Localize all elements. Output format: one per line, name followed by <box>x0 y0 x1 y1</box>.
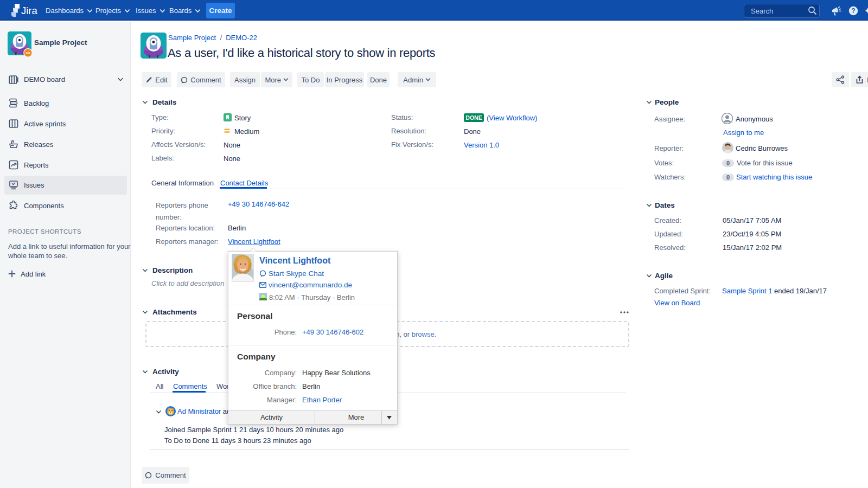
svg-text:?: ? <box>851 7 855 15</box>
svg-text:<>: <> <box>25 50 30 55</box>
